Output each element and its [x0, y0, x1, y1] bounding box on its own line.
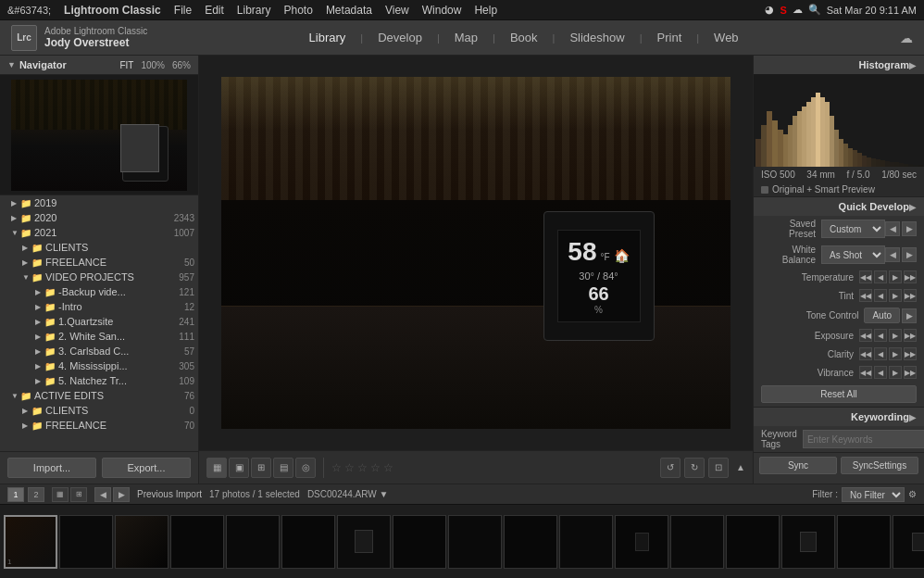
- page-2-btn[interactable]: 2: [28, 487, 44, 502]
- star-5[interactable]: ☆: [383, 461, 393, 474]
- main-image-area[interactable]: 58 °F 🏠 30° / 84° 66 %: [199, 56, 753, 450]
- star-2[interactable]: ☆: [344, 461, 355, 474]
- view-loupe-btn[interactable]: ▣: [229, 458, 249, 478]
- menu-file[interactable]: File: [174, 4, 192, 17]
- tab-develop[interactable]: Develop: [365, 27, 435, 48]
- folder-item-carlsbad[interactable]: ▶ 📁 3. Carlsbad C... 57: [0, 344, 198, 358]
- folder-item-whitesand[interactable]: ▶ 📁 2. White San... 111: [0, 329, 198, 344]
- cloud-sync-icon[interactable]: ☁: [900, 31, 913, 45]
- filter-select[interactable]: No Filter: [842, 487, 905, 502]
- quick-develop-header[interactable]: Quick Develop ▶: [754, 197, 924, 216]
- export-button[interactable]: Export...: [102, 458, 191, 478]
- exp-dec-dec[interactable]: ◀◀: [859, 329, 872, 342]
- film-thumb-2[interactable]: [59, 515, 113, 569]
- film-thumb-8[interactable]: [393, 515, 446, 569]
- filmstrip-toggle[interactable]: ▲: [736, 462, 745, 472]
- sync-button[interactable]: Sync: [759, 457, 837, 474]
- fit-option-fit[interactable]: FIT: [119, 60, 133, 70]
- tab-slideshow[interactable]: Slideshow: [556, 27, 637, 48]
- folder-item-quartzsite[interactable]: ▶ 📁 1.Quartzsite 241: [0, 314, 198, 329]
- clarity-dec[interactable]: ◀: [874, 347, 887, 360]
- folder-item-video-projects[interactable]: ▼ 📁 VIDEO PROJECTS 957: [0, 270, 198, 284]
- exp-inc[interactable]: ▶: [889, 329, 902, 342]
- film-thumb-12[interactable]: [615, 515, 668, 569]
- exp-inc-inc[interactable]: ▶▶: [904, 329, 917, 342]
- page-1-btn[interactable]: 1: [7, 487, 24, 502]
- view-survey-btn[interactable]: ▤: [273, 458, 293, 478]
- tab-print[interactable]: Print: [644, 27, 695, 48]
- strip-next-btn[interactable]: ▶: [113, 487, 130, 502]
- film-thumb-7[interactable]: [337, 515, 391, 569]
- view-compare-btn[interactable]: ⊞: [251, 458, 271, 478]
- search-icon[interactable]: 🔍: [808, 4, 821, 16]
- tab-library[interactable]: Library: [296, 27, 359, 48]
- tone-auto-btn[interactable]: Auto: [864, 308, 900, 323]
- tint-dec[interactable]: ◀: [874, 289, 887, 302]
- folder-item-mississippi[interactable]: ▶ 📁 4. Mississippi... 305: [0, 358, 198, 373]
- tint-inc[interactable]: ▶: [889, 289, 902, 302]
- folder-item-natchez[interactable]: ▶ 📁 5. Natchez Tr... 109: [0, 373, 198, 388]
- star-4[interactable]: ☆: [370, 461, 381, 474]
- view-grid-btn[interactable]: ▦: [206, 458, 227, 478]
- film-thumb-9[interactable]: [448, 515, 502, 569]
- clarity-inc-inc[interactable]: ▶▶: [904, 347, 917, 360]
- temp-dec[interactable]: ◀: [874, 270, 887, 283]
- filter-icon[interactable]: ⚙: [908, 489, 917, 499]
- app-name-menu[interactable]: Lightroom Classic: [64, 4, 161, 17]
- folder-item-freelance2[interactable]: ▶ 📁 FREELANCE 70: [0, 418, 198, 433]
- histogram-header[interactable]: Histogram ▶: [754, 56, 924, 74]
- grid-view-btn[interactable]: ▦: [52, 487, 69, 502]
- vibrance-inc[interactable]: ▶: [889, 366, 902, 379]
- clarity-dec-dec[interactable]: ◀◀: [859, 347, 872, 360]
- fit-option-66[interactable]: 66%: [172, 60, 191, 70]
- film-thumb-10[interactable]: [504, 515, 557, 569]
- clarity-inc[interactable]: ▶: [889, 347, 902, 360]
- rotate-right-btn[interactable]: ↻: [684, 458, 705, 478]
- film-thumb-6[interactable]: [281, 515, 335, 569]
- film-thumb-4[interactable]: [170, 515, 224, 569]
- folder-item-active-edits[interactable]: ▼ 📁 ACTIVE EDITS 76: [0, 388, 198, 403]
- folder-item-2020[interactable]: ▶ 📁 2020 2343: [0, 210, 198, 225]
- tone-arrow[interactable]: ▶: [902, 308, 917, 323]
- strip-prev-btn[interactable]: ◀: [94, 487, 111, 502]
- folder-item-intro[interactable]: ▶ 📁 -Intro 12: [0, 299, 198, 314]
- star-3[interactable]: ☆: [357, 461, 368, 474]
- tint-dec-dec[interactable]: ◀◀: [859, 289, 872, 302]
- vibrance-inc-inc[interactable]: ▶▶: [904, 366, 917, 379]
- film-thumb-15[interactable]: [781, 515, 835, 569]
- fit-option-100[interactable]: 100%: [141, 60, 165, 70]
- crop-btn[interactable]: ⊡: [708, 458, 729, 478]
- folder-item-clients[interactable]: ▶ 📁 CLIENTS: [0, 240, 198, 255]
- tab-map[interactable]: Map: [442, 27, 491, 48]
- folder-item-clients2[interactable]: ▶ 📁 CLIENTS 0: [0, 403, 198, 418]
- wb-prev-arrow[interactable]: ◀: [885, 247, 900, 262]
- menu-view[interactable]: View: [385, 4, 409, 17]
- tab-book[interactable]: Book: [497, 27, 551, 48]
- temp-dec-dec[interactable]: ◀◀: [859, 270, 872, 283]
- temp-inc[interactable]: ▶: [889, 270, 902, 283]
- keywording-header[interactable]: Keywording ▶: [754, 408, 924, 426]
- film-thumb-16[interactable]: [837, 515, 891, 569]
- white-balance-select[interactable]: As Shot: [821, 245, 885, 264]
- keyword-tags-input[interactable]: [803, 430, 924, 448]
- menu-photo[interactable]: Photo: [284, 4, 313, 17]
- folder-item-backup[interactable]: ▶ 📁 -Backup vide... 121: [0, 284, 198, 299]
- temp-inc-inc[interactable]: ▶▶: [904, 270, 917, 283]
- navigator-header[interactable]: ▼ Navigator FIT 100% 66%: [0, 56, 198, 75]
- star-1[interactable]: ☆: [331, 461, 342, 474]
- reset-all-btn[interactable]: Reset All: [761, 385, 917, 403]
- menu-metadata[interactable]: Metadata: [326, 4, 372, 17]
- film-thumb-3[interactable]: [115, 515, 169, 569]
- film-thumb-17[interactable]: [893, 515, 924, 569]
- folder-item-2021[interactable]: ▼ 📁 2021 1007: [0, 225, 198, 240]
- film-thumb-5[interactable]: [226, 515, 280, 569]
- tint-inc-inc[interactable]: ▶▶: [904, 289, 917, 302]
- film-thumb-14[interactable]: [726, 515, 780, 569]
- menu-window[interactable]: Window: [422, 4, 462, 17]
- menu-edit[interactable]: Edit: [205, 4, 224, 17]
- film-thumb-1[interactable]: 1: [4, 515, 57, 569]
- filename-dropdown[interactable]: ▼: [380, 489, 389, 499]
- import-button[interactable]: Import...: [7, 458, 96, 478]
- folder-item-freelance[interactable]: ▶ 📁 FREELANCE 50: [0, 255, 198, 270]
- tab-web[interactable]: Web: [701, 27, 752, 48]
